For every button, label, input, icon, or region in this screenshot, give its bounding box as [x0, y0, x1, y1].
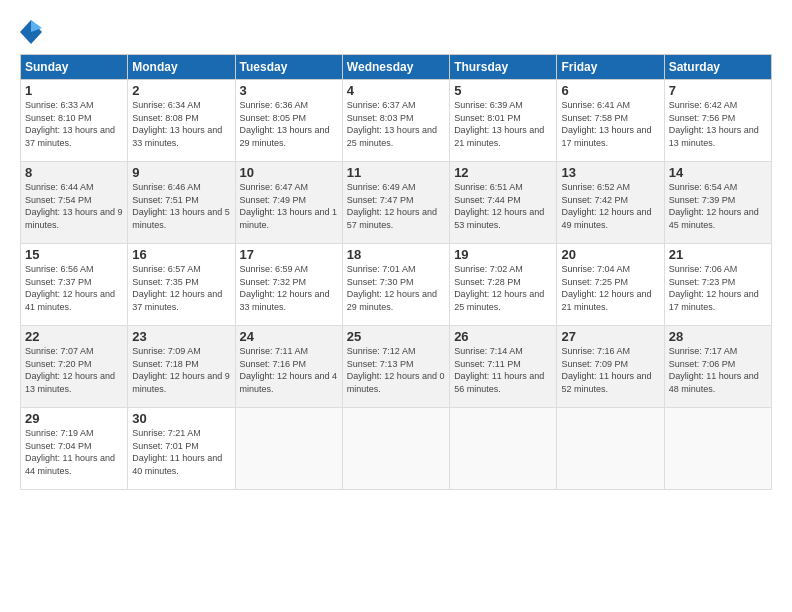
day-info: Sunrise: 7:01 AMSunset: 7:30 PMDaylight:…	[347, 263, 445, 313]
table-row: 10 Sunrise: 6:47 AMSunset: 7:49 PMDaylig…	[235, 162, 342, 244]
table-row: 12 Sunrise: 6:51 AMSunset: 7:44 PMDaylig…	[450, 162, 557, 244]
day-info: Sunrise: 6:42 AMSunset: 7:56 PMDaylight:…	[669, 99, 767, 149]
day-info: Sunrise: 6:49 AMSunset: 7:47 PMDaylight:…	[347, 181, 445, 231]
table-row: 28 Sunrise: 7:17 AMSunset: 7:06 PMDaylig…	[664, 326, 771, 408]
week-row-3: 15 Sunrise: 6:56 AMSunset: 7:37 PMDaylig…	[21, 244, 772, 326]
day-info: Sunrise: 6:36 AMSunset: 8:05 PMDaylight:…	[240, 99, 338, 149]
week-row-5: 29 Sunrise: 7:19 AMSunset: 7:04 PMDaylig…	[21, 408, 772, 490]
day-number: 29	[25, 411, 123, 426]
table-row: 3 Sunrise: 6:36 AMSunset: 8:05 PMDayligh…	[235, 80, 342, 162]
day-info: Sunrise: 7:16 AMSunset: 7:09 PMDaylight:…	[561, 345, 659, 395]
col-wednesday: Wednesday	[342, 55, 449, 80]
table-row	[557, 408, 664, 490]
day-number: 30	[132, 411, 230, 426]
logo-icon	[20, 18, 42, 46]
day-number: 1	[25, 83, 123, 98]
day-info: Sunrise: 7:09 AMSunset: 7:18 PMDaylight:…	[132, 345, 230, 395]
day-number: 20	[561, 247, 659, 262]
table-row: 4 Sunrise: 6:37 AMSunset: 8:03 PMDayligh…	[342, 80, 449, 162]
day-number: 2	[132, 83, 230, 98]
day-number: 19	[454, 247, 552, 262]
table-row: 17 Sunrise: 6:59 AMSunset: 7:32 PMDaylig…	[235, 244, 342, 326]
day-info: Sunrise: 6:44 AMSunset: 7:54 PMDaylight:…	[25, 181, 123, 231]
col-tuesday: Tuesday	[235, 55, 342, 80]
day-info: Sunrise: 7:04 AMSunset: 7:25 PMDaylight:…	[561, 263, 659, 313]
day-number: 9	[132, 165, 230, 180]
day-info: Sunrise: 6:41 AMSunset: 7:58 PMDaylight:…	[561, 99, 659, 149]
day-info: Sunrise: 6:37 AMSunset: 8:03 PMDaylight:…	[347, 99, 445, 149]
day-number: 14	[669, 165, 767, 180]
col-friday: Friday	[557, 55, 664, 80]
col-saturday: Saturday	[664, 55, 771, 80]
table-row: 5 Sunrise: 6:39 AMSunset: 8:01 PMDayligh…	[450, 80, 557, 162]
header-row: Sunday Monday Tuesday Wednesday Thursday…	[21, 55, 772, 80]
table-row: 18 Sunrise: 7:01 AMSunset: 7:30 PMDaylig…	[342, 244, 449, 326]
col-monday: Monday	[128, 55, 235, 80]
table-row	[342, 408, 449, 490]
day-info: Sunrise: 6:57 AMSunset: 7:35 PMDaylight:…	[132, 263, 230, 313]
day-number: 10	[240, 165, 338, 180]
day-info: Sunrise: 7:14 AMSunset: 7:11 PMDaylight:…	[454, 345, 552, 395]
table-row: 26 Sunrise: 7:14 AMSunset: 7:11 PMDaylig…	[450, 326, 557, 408]
day-info: Sunrise: 6:52 AMSunset: 7:42 PMDaylight:…	[561, 181, 659, 231]
table-row: 1 Sunrise: 6:33 AMSunset: 8:10 PMDayligh…	[21, 80, 128, 162]
page: Sunday Monday Tuesday Wednesday Thursday…	[0, 0, 792, 612]
table-row	[664, 408, 771, 490]
day-info: Sunrise: 6:46 AMSunset: 7:51 PMDaylight:…	[132, 181, 230, 231]
day-info: Sunrise: 6:54 AMSunset: 7:39 PMDaylight:…	[669, 181, 767, 231]
day-number: 6	[561, 83, 659, 98]
day-number: 8	[25, 165, 123, 180]
day-number: 21	[669, 247, 767, 262]
day-number: 16	[132, 247, 230, 262]
table-row: 23 Sunrise: 7:09 AMSunset: 7:18 PMDaylig…	[128, 326, 235, 408]
day-number: 12	[454, 165, 552, 180]
table-row: 20 Sunrise: 7:04 AMSunset: 7:25 PMDaylig…	[557, 244, 664, 326]
table-row: 16 Sunrise: 6:57 AMSunset: 7:35 PMDaylig…	[128, 244, 235, 326]
day-info: Sunrise: 6:34 AMSunset: 8:08 PMDaylight:…	[132, 99, 230, 149]
day-info: Sunrise: 7:07 AMSunset: 7:20 PMDaylight:…	[25, 345, 123, 395]
day-info: Sunrise: 6:56 AMSunset: 7:37 PMDaylight:…	[25, 263, 123, 313]
day-info: Sunrise: 7:06 AMSunset: 7:23 PMDaylight:…	[669, 263, 767, 313]
day-number: 3	[240, 83, 338, 98]
table-row: 30 Sunrise: 7:21 AMSunset: 7:01 PMDaylig…	[128, 408, 235, 490]
day-info: Sunrise: 7:19 AMSunset: 7:04 PMDaylight:…	[25, 427, 123, 477]
day-number: 15	[25, 247, 123, 262]
table-row: 11 Sunrise: 6:49 AMSunset: 7:47 PMDaylig…	[342, 162, 449, 244]
day-info: Sunrise: 7:02 AMSunset: 7:28 PMDaylight:…	[454, 263, 552, 313]
day-number: 24	[240, 329, 338, 344]
table-row: 2 Sunrise: 6:34 AMSunset: 8:08 PMDayligh…	[128, 80, 235, 162]
day-info: Sunrise: 6:33 AMSunset: 8:10 PMDaylight:…	[25, 99, 123, 149]
day-number: 13	[561, 165, 659, 180]
day-info: Sunrise: 7:17 AMSunset: 7:06 PMDaylight:…	[669, 345, 767, 395]
day-info: Sunrise: 6:59 AMSunset: 7:32 PMDaylight:…	[240, 263, 338, 313]
table-row	[450, 408, 557, 490]
day-number: 28	[669, 329, 767, 344]
table-row: 24 Sunrise: 7:11 AMSunset: 7:16 PMDaylig…	[235, 326, 342, 408]
table-row: 14 Sunrise: 6:54 AMSunset: 7:39 PMDaylig…	[664, 162, 771, 244]
day-info: Sunrise: 7:11 AMSunset: 7:16 PMDaylight:…	[240, 345, 338, 395]
day-number: 23	[132, 329, 230, 344]
table-row: 22 Sunrise: 7:07 AMSunset: 7:20 PMDaylig…	[21, 326, 128, 408]
table-row: 13 Sunrise: 6:52 AMSunset: 7:42 PMDaylig…	[557, 162, 664, 244]
day-info: Sunrise: 7:21 AMSunset: 7:01 PMDaylight:…	[132, 427, 230, 477]
day-number: 27	[561, 329, 659, 344]
table-row: 21 Sunrise: 7:06 AMSunset: 7:23 PMDaylig…	[664, 244, 771, 326]
table-row: 8 Sunrise: 6:44 AMSunset: 7:54 PMDayligh…	[21, 162, 128, 244]
table-row: 9 Sunrise: 6:46 AMSunset: 7:51 PMDayligh…	[128, 162, 235, 244]
day-number: 17	[240, 247, 338, 262]
table-row: 25 Sunrise: 7:12 AMSunset: 7:13 PMDaylig…	[342, 326, 449, 408]
table-row: 15 Sunrise: 6:56 AMSunset: 7:37 PMDaylig…	[21, 244, 128, 326]
day-number: 5	[454, 83, 552, 98]
col-thursday: Thursday	[450, 55, 557, 80]
day-number: 4	[347, 83, 445, 98]
table-row: 29 Sunrise: 7:19 AMSunset: 7:04 PMDaylig…	[21, 408, 128, 490]
table-row: 7 Sunrise: 6:42 AMSunset: 7:56 PMDayligh…	[664, 80, 771, 162]
calendar-table: Sunday Monday Tuesday Wednesday Thursday…	[20, 54, 772, 490]
day-number: 18	[347, 247, 445, 262]
week-row-2: 8 Sunrise: 6:44 AMSunset: 7:54 PMDayligh…	[21, 162, 772, 244]
week-row-4: 22 Sunrise: 7:07 AMSunset: 7:20 PMDaylig…	[21, 326, 772, 408]
table-row: 6 Sunrise: 6:41 AMSunset: 7:58 PMDayligh…	[557, 80, 664, 162]
day-info: Sunrise: 6:51 AMSunset: 7:44 PMDaylight:…	[454, 181, 552, 231]
table-row: 27 Sunrise: 7:16 AMSunset: 7:09 PMDaylig…	[557, 326, 664, 408]
logo	[20, 18, 44, 46]
